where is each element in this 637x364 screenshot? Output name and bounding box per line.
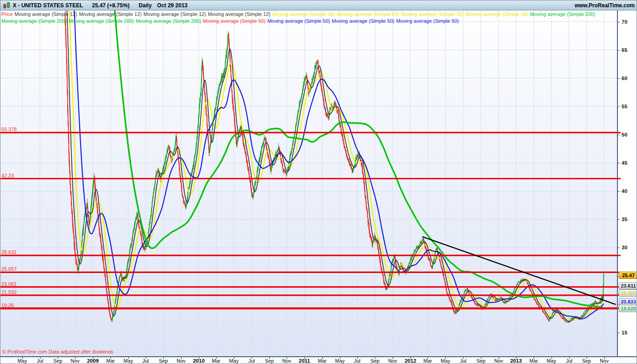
level-price-label: 23.061 (1, 281, 17, 287)
prorealtime-chart-window: X - UNITED STATES STEEL 25.47 (+8.75%) D… (0, 0, 637, 364)
price-axis-label: 45 (622, 160, 627, 166)
legend-item[interactable]: Moving average (Simple 50) (396, 18, 459, 24)
axis-tick (618, 333, 620, 333)
dividends-note: Data adjusted after dividends (49, 349, 113, 354)
price-axis-label: 50 (622, 131, 627, 138)
chart-plot-area[interactable]: PriceMoving average (Simple 12)Moving av… (0, 10, 617, 356)
level-axis-mark (618, 255, 621, 256)
legend-item[interactable]: Moving average (Simple 26) (401, 11, 464, 17)
time-axis-label: Nov (590, 358, 619, 364)
legend-item[interactable]: Moving average (Simple 26) (337, 11, 399, 17)
legend-item[interactable]: Moving average (Simple 50) (332, 18, 394, 24)
axis-tick (618, 78, 620, 79)
timeframe-label: Daily (139, 2, 152, 9)
legend-item[interactable]: Moving average (Simple 50) (268, 18, 330, 24)
price-tag-MA12: 23.611 (619, 282, 637, 289)
legend-item[interactable]: Moving average (Simple 50) (203, 18, 266, 24)
price-tag-MA50: 20.833 (619, 298, 637, 305)
price-axis-label: 40 (622, 188, 627, 194)
indicator-legend-row-1: PriceMoving average (Simple 12)Moving av… (1, 11, 597, 17)
legend-item[interactable]: Moving average (Simple 12) (79, 11, 142, 17)
legend-item[interactable]: Moving average (Simple 200) (1, 18, 67, 24)
legend-item[interactable]: Moving average (Simple 200) (136, 18, 201, 24)
price-axis[interactable]: 70656055504540353025201525.4723.61122.31… (617, 10, 637, 356)
legend-item[interactable]: Price (1, 11, 13, 17)
chart-title: X - UNITED STATES STEEL (13, 2, 83, 9)
level-axis-mark (618, 132, 621, 133)
title-bar: X - UNITED STATES STEEL 25.47 (+8.75%) D… (0, 0, 637, 10)
level-axis-mark (618, 178, 621, 179)
time-axis[interactable]: MayJulSepNov2009MarMayJulSepNov2010MarMa… (0, 356, 637, 364)
price-axis-label: 15 (622, 329, 627, 336)
last-quote: 25.47 (+8.75%) (92, 2, 129, 9)
legend-item[interactable]: Moving average (Simple 200) (69, 18, 134, 24)
level-price-label: 21.592 (1, 289, 17, 295)
axis-tick (618, 191, 620, 192)
indicator-legend-row-2: Moving average (Simple 200)Moving averag… (1, 18, 460, 24)
price-axis-label: 65 (622, 47, 627, 53)
axis-tick (618, 219, 620, 220)
axis-tick (618, 22, 620, 22)
legend-item[interactable]: Moving average (Simple 12) (15, 11, 77, 17)
legend-item[interactable]: Moving average (Simple 12) (208, 11, 271, 17)
axis-tick (618, 248, 620, 248)
level-price-label: 19.26 (1, 303, 14, 308)
axis-tick (618, 163, 620, 163)
legend-item[interactable]: Moving average (Simple 26) (465, 11, 528, 17)
axis-tick (618, 50, 620, 51)
legend-item[interactable]: Moving average (Simple 26) (272, 11, 335, 17)
date-label: Oct 29 2013 (157, 2, 187, 9)
copyright-note: © ProRealTime.com Data adjusted after di… (2, 349, 113, 354)
level-price-label: 50.378 (1, 126, 17, 132)
copyright-text: © ProRealTime.com (2, 349, 47, 354)
price-tag-last: 25.47 (619, 272, 637, 279)
price-tag-MA26: 22.315 (619, 289, 637, 297)
price-axis-label: 35 (622, 216, 627, 222)
legend-item[interactable]: Moving average (Simple 12) (143, 11, 206, 17)
price-axis-label: 30 (622, 244, 627, 251)
website-label: www.ProRealTime.com (575, 2, 635, 9)
legend-item[interactable]: Moving average (Simple 200) (530, 11, 596, 17)
price-tag-MA200: 19.620 (619, 305, 637, 312)
level-price-label: 42.23 (1, 173, 14, 178)
axis-tick (618, 135, 620, 135)
price-axis-label: 60 (622, 75, 627, 81)
price-axis-label: 55 (622, 103, 627, 110)
candlestick-icon (3, 2, 11, 9)
price-axis-label: 70 (622, 19, 627, 25)
level-price-label: 28.631 (1, 249, 17, 255)
level-price-label: 25.657 (1, 266, 17, 272)
axis-tick (618, 106, 620, 107)
